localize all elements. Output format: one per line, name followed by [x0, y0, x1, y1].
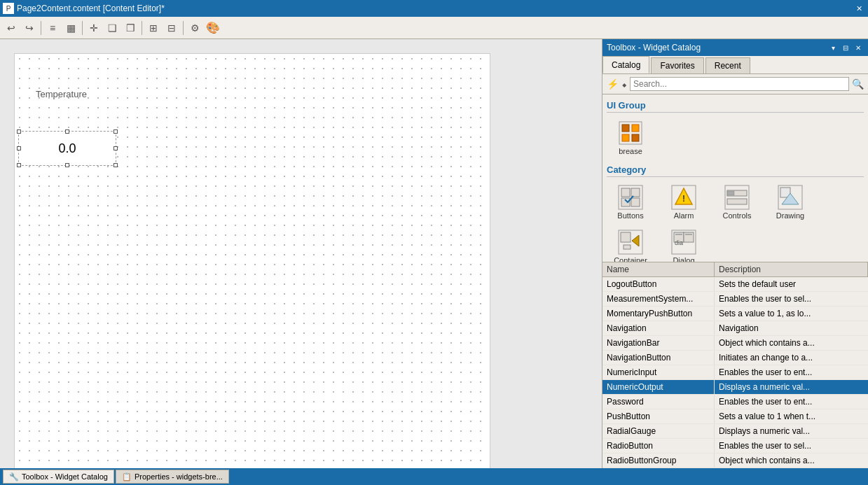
handle-tr[interactable] [113, 129, 118, 134]
list-cell-name: NumericInput [602, 365, 715, 379]
drawing-label: Drawing [776, 211, 804, 220]
toolbar-grid[interactable]: ▦ [62, 20, 79, 36]
handle-bl[interactable] [17, 163, 21, 167]
alarm-icon: ! [671, 185, 696, 210]
controls-label: Controls [723, 211, 752, 220]
tab-recent[interactable]: Recent [705, 57, 750, 73]
toolbar-sep-1 [41, 21, 41, 35]
svg-rect-20 [621, 232, 631, 242]
list-row[interactable]: NavigationNavigation [602, 321, 868, 336]
title-bar-text: Page2Content.content [Content Editor]* [17, 3, 853, 13]
list-row[interactable]: NumericInputEnables the user to ent... [602, 365, 868, 380]
col-header-description[interactable]: Description [715, 262, 868, 276]
toolbar-align-right[interactable]: ⊟ [163, 20, 180, 36]
svg-rect-6 [621, 188, 630, 197]
close-button[interactable]: ✕ [853, 2, 865, 15]
svg-rect-3 [622, 134, 629, 141]
list-row[interactable]: PushButtonSets a value to 1 when t... [602, 409, 868, 424]
search-filter-icon[interactable]: ⚡ [607, 78, 619, 90]
list-row[interactable]: RadioButtonEnables the user to sel... [602, 439, 868, 454]
bottom-tab-properties[interactable]: 📋 Properties - widgets-bre... [116, 470, 229, 484]
category-controls[interactable]: Controls [712, 181, 762, 223]
search-input[interactable] [630, 77, 849, 91]
list-cell-description: Navigation [715, 321, 868, 335]
list-row[interactable]: NavigationButtonInitiates an change to a… [602, 351, 868, 365]
toolbar-redo[interactable]: ↪ [21, 20, 38, 36]
list-row[interactable]: RadialGaugeDisplays a numeric val... [602, 424, 868, 439]
bottom-tab-toolbox[interactable]: 🔧 Toolbox - Widget Catalog [3, 470, 114, 484]
category-container[interactable]: Container [605, 226, 656, 262]
container-label: Container [614, 256, 647, 262]
editor-area: Temperature 0.0 [0, 39, 602, 468]
toolbar-sep-4 [183, 21, 184, 35]
list-row[interactable]: LogoutButtonSets the default user [602, 277, 868, 292]
list-cell-description: Sets a value to 1, as lo... [715, 307, 868, 321]
category-drawing[interactable]: Drawing [765, 181, 815, 223]
list-header: Name Description [602, 262, 868, 277]
category-buttons[interactable]: Buttons [605, 181, 656, 223]
toolbar-sep-3 [142, 21, 142, 35]
container-icon [618, 230, 643, 255]
toolbar-add[interactable]: ✛ [85, 20, 102, 36]
toolbar-theme[interactable]: 🎨 [205, 20, 221, 36]
list-cell-description: Object which contains a... [715, 454, 868, 468]
category-grid: Buttons ! Alarm [605, 181, 865, 262]
col-header-name[interactable]: Name [602, 262, 715, 276]
search-submit-icon[interactable]: 🔍 [852, 78, 864, 90]
list-cell-name: PushButton [602, 409, 715, 423]
toolbox-tab-label: Toolbox - Widget Catalog [22, 472, 108, 481]
svg-rect-7 [631, 188, 640, 197]
toolbar-undo[interactable]: ↩ [3, 20, 20, 36]
handle-br[interactable] [113, 163, 118, 167]
search-sort-icon[interactable]: ⬥ [621, 78, 627, 90]
list-cell-description: Displays a numeric val... [715, 424, 868, 438]
svg-rect-26 [675, 234, 682, 235]
category-alarm[interactable]: ! Alarm [659, 181, 709, 223]
toolbar: ↩ ↪ ≡ ▦ ✛ ❑ ❒ ⊞ ⊟ ⚙ 🎨 [0, 17, 868, 39]
canvas-widget[interactable]: 0.0 [18, 131, 116, 166]
list-cell-description: Sets the default user [715, 277, 868, 291]
svg-rect-13 [725, 185, 749, 209]
handle-tm[interactable] [65, 129, 69, 134]
list-cell-name: Navigation [602, 321, 715, 335]
list-row[interactable]: NumericOutputDisplays a numeric val... [602, 380, 868, 395]
list-cell-description: Enables the user to ent... [715, 365, 868, 379]
list-cell-name: RadialGauge [602, 424, 715, 438]
list-cell-description: Enables the user to sel... [715, 439, 868, 453]
toolbox-panel: Toolbox - Widget Catalog ▾ ⊟ ✕ Catalog F… [602, 39, 868, 468]
toolbar-list[interactable]: ≡ [44, 20, 61, 36]
alarm-label: Alarm [674, 211, 694, 220]
toolbox-tab-icon: 🔧 [9, 472, 19, 482]
widget-item-brease[interactable]: brease [605, 117, 656, 159]
list-cell-name: NavigationBar [602, 336, 715, 350]
svg-text:dia: dia [675, 239, 683, 246]
list-row[interactable]: NavigationBarObject which contains a... [602, 336, 868, 351]
toolbar-settings[interactable]: ⚙ [186, 20, 203, 36]
tab-catalog[interactable]: Catalog [602, 56, 649, 73]
toolbox-pin-btn[interactable]: ▾ [827, 42, 839, 53]
toolbox-header-buttons: ▾ ⊟ ✕ [827, 42, 864, 53]
widget-list-body: LogoutButtonSets the default userMeasure… [602, 277, 868, 468]
brease-label: brease [619, 147, 642, 155]
toolbox-close-btn[interactable]: ✕ [853, 42, 864, 53]
handle-bm[interactable] [65, 163, 69, 167]
toolbar-sep-2 [82, 21, 83, 35]
toolbar-align-left[interactable]: ⊞ [145, 20, 162, 36]
handle-tl[interactable] [17, 129, 21, 134]
list-row[interactable]: RadioButtonGroupObject which contains a.… [602, 454, 868, 468]
toolbox-title: Toolbox - Widget Catalog [607, 43, 827, 52]
list-row[interactable]: MeasurementSystem...Enables the user to … [602, 292, 868, 307]
svg-text:!: ! [682, 194, 685, 204]
toolbar-paste[interactable]: ❒ [122, 20, 139, 36]
handle-ml[interactable] [17, 146, 21, 150]
list-row[interactable]: MomentaryPushButtonSets a value to 1, as… [602, 307, 868, 321]
ui-group-title: UI Group [607, 100, 864, 113]
svg-rect-9 [631, 198, 640, 206]
toolbox-header: Toolbox - Widget Catalog ▾ ⊟ ✕ [602, 39, 868, 56]
toolbox-minimize-btn[interactable]: ⊟ [840, 42, 851, 53]
list-row[interactable]: PasswordEnables the user to ent... [602, 395, 868, 409]
tab-favorites[interactable]: Favorites [651, 57, 703, 73]
toolbar-copy[interactable]: ❑ [104, 20, 120, 36]
category-dialog[interactable]: dia Dialog [659, 226, 709, 262]
handle-mr[interactable] [113, 146, 118, 150]
